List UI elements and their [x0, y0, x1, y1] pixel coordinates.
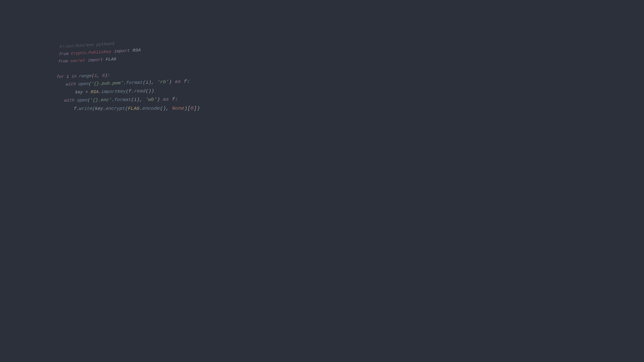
- keyword-as: as: [163, 97, 172, 102]
- keyword-import: import: [85, 57, 106, 63]
- keyword-with: with: [66, 82, 78, 87]
- method-format: format: [114, 97, 131, 103]
- method-write: write: [79, 106, 92, 111]
- method-format: format: [126, 80, 143, 85]
- module-crypto: Crypto: [71, 51, 86, 56]
- builtin-open: open: [78, 81, 89, 87]
- module-publickey: PublicKey: [88, 49, 111, 55]
- method-read: read: [134, 88, 146, 94]
- builtin-range: range: [79, 73, 92, 79]
- ident-key: key: [75, 90, 83, 95]
- keyword-from: from: [59, 51, 71, 56]
- ident-f: f: [184, 79, 187, 84]
- ident-flag: FLAG: [106, 57, 116, 62]
- keyword-for: for: [56, 74, 66, 79]
- python-code-block: #!/usr/bin/env python3 from Crypto.Publi…: [52, 27, 200, 122]
- string-rb: 'rb': [157, 79, 169, 85]
- keyword-from: from: [58, 59, 70, 64]
- code-screenshot: #!/usr/bin/env python3 from Crypto.Publi…: [0, 0, 254, 142]
- method-importkey: importKey: [101, 89, 126, 94]
- const-flag: FLAG: [128, 106, 139, 111]
- builtin-open: open: [77, 98, 88, 103]
- method-encrypt: encrypt: [106, 106, 125, 111]
- module-secret: secret: [70, 58, 85, 63]
- const-none: None: [172, 105, 184, 111]
- keyword-in: in: [69, 74, 79, 79]
- keyword-as: as: [175, 79, 184, 84]
- string-wb: 'wb': [145, 97, 157, 102]
- blank-line: [57, 67, 58, 71]
- ident-rsa: RSA: [132, 48, 141, 53]
- string-pubpem: '{}.pub.pem': [91, 80, 124, 86]
- method-encode: encode: [142, 106, 160, 111]
- number-0: 0: [190, 105, 194, 111]
- shebang-comment: #!/usr/bin/env python3: [59, 41, 114, 49]
- class-rsa: RSA: [90, 89, 99, 94]
- keyword-import: import: [111, 48, 133, 54]
- string-enc: '{}.enc': [90, 97, 112, 103]
- keyword-with: with: [64, 98, 77, 103]
